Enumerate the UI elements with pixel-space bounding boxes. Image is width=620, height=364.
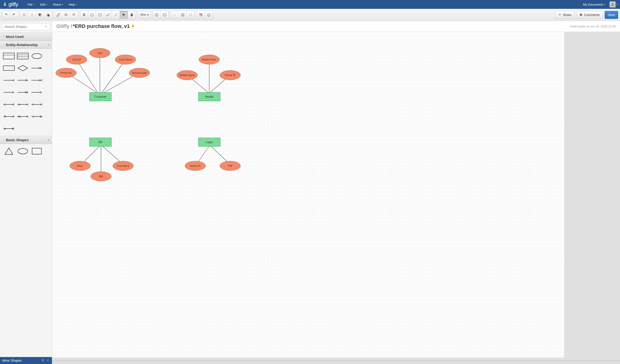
er-crow-1[interactable] [2, 76, 15, 84]
clean-button[interactable] [70, 11, 78, 19]
er-rect-shape[interactable] [2, 64, 15, 72]
attr-phone-no[interactable]: Phone No [56, 68, 77, 78]
link-button[interactable] [54, 11, 62, 19]
undo-button[interactable] [2, 11, 10, 19]
er-attribute-shape[interactable] [30, 52, 43, 60]
app-logo[interactable]: gliffy [2, 1, 18, 7]
redo-button[interactable] [10, 11, 18, 19]
triangle-shape[interactable] [2, 147, 15, 155]
section-entity-relationship[interactable]: ≡Entity-Relationship× [0, 41, 52, 49]
attr-price[interactable]: Price [70, 161, 91, 171]
zoom-select[interactable]: 75%▾ [138, 11, 151, 19]
pointer-tool[interactable] [120, 11, 128, 19]
bring-front-icon [38, 13, 42, 17]
svg-rect-31 [3, 66, 15, 71]
attr-cust-id[interactable]: Cust ID [66, 55, 87, 64]
entity-login[interactable]: Login [198, 138, 220, 147]
attr-mobile-name[interactable]: Mobile Name [177, 70, 198, 80]
menu-file[interactable]: File▾ [25, 1, 37, 8]
canvas-area: Gliffy / *ERD purchase flow, v1 Draft sa… [52, 21, 620, 364]
canvas-scroll[interactable]: Phone No Cust ID City Cust Name Amount p… [52, 32, 620, 360]
svg-rect-4 [39, 14, 41, 15]
attr-pw[interactable]: PW [220, 161, 241, 171]
layers-button[interactable] [205, 11, 213, 19]
search-field[interactable] [4, 25, 45, 29]
attr-bid[interactable]: Bid [91, 171, 111, 181]
er-crow-7[interactable] [2, 101, 15, 108]
svg-line-72 [102, 60, 125, 92]
er-crow-5[interactable] [16, 88, 29, 96]
rectangle-tool[interactable] [96, 11, 104, 19]
save-button[interactable]: Save [605, 11, 618, 19]
search-icon [45, 25, 47, 29]
entity-bill[interactable]: Bill [89, 138, 111, 147]
diagram-canvas[interactable]: Phone No Cust ID City Cust Name Amount p… [52, 32, 564, 358]
plus-circle-icon [155, 13, 159, 17]
er-crow-13[interactable] [2, 125, 15, 133]
lock-icon [131, 24, 135, 29]
menu-help[interactable]: Help▾ [66, 1, 79, 8]
line-tool[interactable] [112, 11, 120, 19]
bring-front-button[interactable] [36, 11, 44, 19]
er-crow-11[interactable] [16, 113, 29, 121]
attr-city[interactable]: City [89, 48, 110, 58]
er-crow-6[interactable] [30, 88, 43, 96]
er-crow-8[interactable] [16, 101, 29, 108]
resize-handle-icon[interactable] [41, 359, 45, 363]
connector-tool[interactable] [104, 11, 112, 19]
snap-grid-button[interactable] [187, 11, 195, 19]
pan-tool[interactable] [128, 11, 136, 19]
menu-my-documents[interactable]: My Documents▾ [581, 1, 608, 8]
shapes-sidebar: ≡Most Used ≡Entity-Relationship× [0, 21, 52, 364]
er-crow-12[interactable] [30, 113, 43, 121]
comments-button[interactable]: Comments [576, 11, 603, 19]
snap-guides-button[interactable] [171, 11, 179, 19]
redo-icon [12, 13, 16, 17]
user-avatar[interactable] [609, 1, 616, 7]
entity-mobile[interactable]: Mobile [198, 92, 220, 101]
document-title[interactable]: *ERD purchase flow, v1 [73, 23, 130, 29]
show-grid-button[interactable] [179, 11, 187, 19]
er-crow-3[interactable] [30, 76, 43, 84]
breadcrumb[interactable]: Gliffy / [56, 23, 72, 29]
search-shapes-input[interactable] [2, 23, 49, 30]
section-basic-shapes[interactable]: ≡Basic Shapes× [0, 136, 52, 144]
section-most-used[interactable]: ≡Most Used [0, 32, 52, 41]
attr-mobile-price[interactable]: Mobile Price [199, 55, 220, 64]
share-button[interactable]: Share [555, 11, 574, 19]
er-crow-10[interactable] [2, 113, 15, 121]
attr-cust-name-2[interactable]: Cust Name [113, 161, 134, 171]
rect-shape[interactable] [30, 147, 43, 155]
menu-edit[interactable]: Edit▾ [38, 1, 49, 8]
attr-amount-paid[interactable]: Amount paid [129, 68, 150, 78]
er-one-one-line[interactable] [30, 64, 43, 72]
text-tool[interactable]: A [80, 11, 88, 19]
horizontal-scrollbar[interactable] [52, 360, 620, 364]
er-entity-shape[interactable] [2, 52, 15, 60]
ungroup-button[interactable] [28, 11, 36, 19]
send-back-button[interactable] [44, 11, 52, 19]
entity-customer[interactable]: Customer [89, 92, 111, 101]
close-icon[interactable]: × [48, 43, 49, 47]
er-entity-rows-shape[interactable] [16, 52, 29, 60]
attr-cust-name-1[interactable]: Cust Name [115, 55, 136, 64]
close-icon[interactable]: × [48, 138, 49, 142]
ellipse-shape[interactable] [16, 147, 29, 155]
zoom-out-button[interactable] [161, 11, 169, 19]
collapse-sidebar-icon[interactable] [46, 359, 49, 363]
comment-button[interactable] [62, 11, 70, 19]
er-relation-shape[interactable] [16, 64, 29, 72]
themes-button[interactable] [197, 11, 205, 19]
menu-share[interactable]: Share▾ [50, 1, 65, 8]
attr-phone-id[interactable]: Phone ID [220, 70, 241, 80]
er-crow-2[interactable] [16, 76, 29, 84]
ellipse-tool[interactable] [88, 11, 96, 19]
more-shapes-button[interactable]: More Shapes [2, 359, 22, 362]
er-crow-4[interactable] [2, 88, 15, 96]
zoom-in-button[interactable] [153, 11, 161, 19]
attr-admin-id[interactable]: Admin ID [185, 161, 206, 171]
grip-icon: ≡ [3, 139, 4, 141]
link-icon [56, 13, 60, 17]
er-crow-9[interactable] [30, 101, 43, 108]
group-button[interactable] [20, 11, 28, 19]
